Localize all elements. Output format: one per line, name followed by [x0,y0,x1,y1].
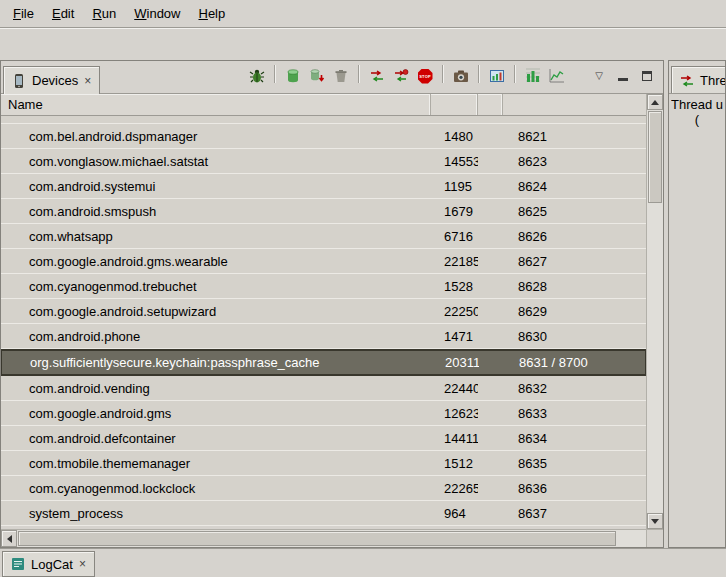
devices-tabbar: Devices × [1,61,663,94]
table-row[interactable]: com.whatsapp 6716 8626 [1,224,646,249]
debug-process-icon[interactable] [247,66,267,86]
process-pid: 14553 [431,154,478,169]
table-row[interactable]: com.vonglasow.michael.satstat 14553 8623 [1,149,646,174]
threads-tabbar: Threads [669,61,725,94]
column-header-port[interactable] [503,94,646,115]
process-port: 8631 / 8700 [504,355,645,370]
maximize-icon[interactable] [637,66,657,86]
threads-message: Thread up [671,97,723,112]
process-pid: 1480 [431,129,478,144]
method-profiling-icon[interactable] [391,66,411,86]
tab-devices[interactable]: Devices × [3,66,100,94]
table-row[interactable]: com.google.android.gms 12623 8633 [1,401,646,426]
arrow-up-icon [651,100,659,105]
table-row[interactable]: com.google.android.gms.wearable 22185 86… [1,249,646,274]
process-pid: 1528 [431,279,478,294]
process-pid: 1195 [431,179,478,194]
horizontal-scrollbar[interactable] [1,529,663,547]
process-port: 8628 [503,279,646,294]
scroll-left-button[interactable] [1,530,17,547]
process-name: com.android.systemui [1,179,431,194]
arrow-down-icon [651,519,659,524]
process-name: com.cyanogenmod.trebuchet [1,279,431,294]
screen-capture-icon[interactable] [451,66,471,86]
process-name: com.google.android.gms.wearable [1,254,431,269]
ddms-window: File Edit Run Window Help Devices × [0,0,726,577]
stop-sign: STOP [418,69,433,84]
table-row[interactable]: com.cyanogenmod.lockclock 22265 8636 [1,476,646,501]
vertical-scrollbar[interactable] [646,94,663,529]
process-name: com.vonglasow.michael.satstat [1,154,431,169]
process-port: 8636 [503,481,646,496]
table-row-selected[interactable]: org.sufficientlysecure.keychain:passphra… [1,349,646,376]
process-pid: 964 [431,506,478,521]
tab-threads[interactable]: Threads [671,66,725,94]
table-row[interactable]: com.google.android.setupwizard 22250 862… [1,299,646,324]
close-icon[interactable]: × [83,75,92,87]
process-pid: 12623 [431,406,478,421]
process-pid: 14411 [431,431,478,446]
process-pid: 6716 [431,229,478,244]
update-threads-icon[interactable] [367,66,387,86]
process-table: Name com.bel.android.dspmanager 1480 862… [1,94,663,547]
process-pid: 22250 [431,304,478,319]
table-row[interactable]: com.android.systemui 1195 8624 [1,174,646,199]
sysinfo-bars-icon[interactable] [523,66,543,86]
process-pid: 1512 [431,456,478,471]
process-pid: 22185 [431,254,478,269]
horizontal-scroll-thumb[interactable] [18,531,616,546]
scroll-down-button[interactable] [647,513,663,529]
sysinfo-graph-icon[interactable] [547,66,567,86]
minimize-icon[interactable] [613,66,633,86]
process-name: com.cyanogenmod.lockclock [1,481,431,496]
view-menu-icon[interactable]: ▽ [589,66,609,86]
dump-hprof-icon[interactable] [307,66,327,86]
process-port: 8624 [503,179,646,194]
process-name: com.android.defcontainer [1,431,431,446]
cause-gc-icon[interactable] [331,66,351,86]
tab-logcat[interactable]: LogCat × [2,551,95,577]
process-port: 8634 [503,431,646,446]
stop-process-icon[interactable]: STOP [415,66,435,86]
process-port: 8621 [503,129,646,144]
process-pid: 1471 [431,329,478,344]
dropdown-triangle: ▽ [595,71,603,81]
toolbar-separator [274,65,276,83]
threads-message-area: Thread up ( [669,94,725,130]
frame-render-icon[interactable] [487,66,507,86]
scroll-track[interactable] [647,204,663,513]
tab-threads-label: Threads [700,73,725,88]
process-pid: 20311 [432,355,479,370]
table-row[interactable]: com.tmobile.thememanager 1512 8635 [1,451,646,476]
close-icon[interactable]: × [78,558,87,570]
menu-window[interactable]: Window [125,2,189,25]
menu-help[interactable]: Help [189,2,234,25]
menu-file[interactable]: File [4,2,43,25]
column-header-pid[interactable] [431,94,478,115]
table-row[interactable]: com.android.smspush 1679 8625 [1,199,646,224]
scroll-up-button[interactable] [647,94,663,110]
column-header-name[interactable]: Name [1,94,431,115]
process-pid: 1679 [431,204,478,219]
tab-logcat-label: LogCat [31,557,73,572]
table-row[interactable]: com.bel.android.dspmanager 1480 8621 [1,124,646,149]
menu-edit[interactable]: Edit [43,2,83,25]
scroll-track[interactable] [616,530,647,547]
toolbar-separator [442,65,444,83]
vertical-scroll-thumb[interactable] [648,111,662,203]
table-row[interactable]: com.android.phone 1471 8630 [1,324,646,349]
table-row[interactable]: com.android.vending 22440 8632 [1,376,646,401]
table-row[interactable]: com.android.defcontainer 14411 8634 [1,426,646,451]
update-heap-icon[interactable] [283,66,303,86]
table-row[interactable]: system_process 964 8637 [1,501,646,526]
scrollbar-corner [646,529,663,547]
device-icon [11,73,27,89]
column-header-blank[interactable] [478,94,503,115]
process-port: 8635 [503,456,646,471]
process-name: com.google.android.setupwizard [1,304,431,319]
process-port: 8630 [503,329,646,344]
process-name: com.tmobile.thememanager [1,456,431,471]
table-header: Name [1,94,646,116]
menu-run[interactable]: Run [83,2,125,25]
table-row[interactable]: com.cyanogenmod.trebuchet 1528 8628 [1,274,646,299]
